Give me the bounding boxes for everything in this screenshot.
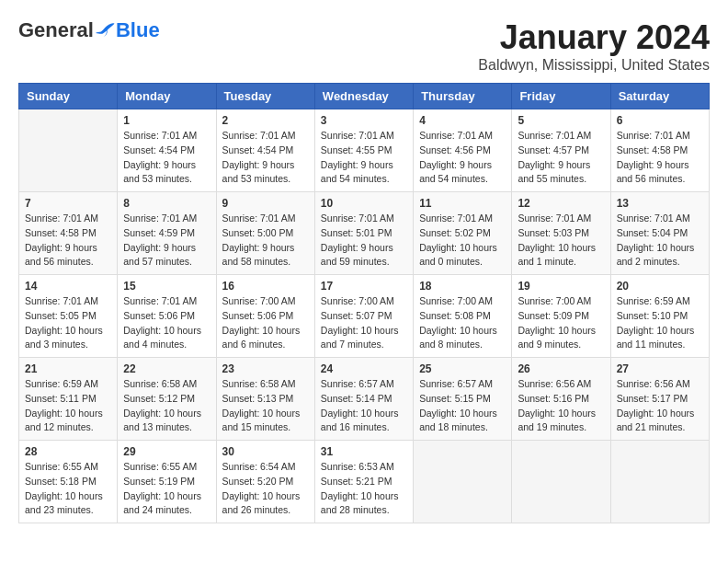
daylight-text: Daylight: 10 hours and 7 minutes. bbox=[321, 325, 399, 350]
day-number: 28 bbox=[25, 445, 111, 458]
day-info: Sunrise: 7:01 AM Sunset: 5:02 PM Dayligh… bbox=[419, 212, 506, 270]
day-number: 22 bbox=[123, 362, 210, 375]
sunrise-text: Sunrise: 6:58 AM bbox=[123, 378, 197, 389]
table-row: 30 Sunrise: 6:54 AM Sunset: 5:20 PM Dayl… bbox=[216, 441, 314, 523]
table-row: 12 Sunrise: 7:01 AM Sunset: 5:03 PM Dayl… bbox=[512, 192, 610, 275]
day-number: 23 bbox=[222, 362, 309, 375]
sunrise-text: Sunrise: 7:00 AM bbox=[518, 295, 591, 306]
day-info: Sunrise: 6:59 AM Sunset: 5:11 PM Dayligh… bbox=[25, 377, 111, 435]
table-row: 7 Sunrise: 7:01 AM Sunset: 4:58 PM Dayli… bbox=[19, 192, 118, 275]
table-row bbox=[610, 441, 709, 523]
day-info: Sunrise: 7:00 AM Sunset: 5:08 PM Dayligh… bbox=[419, 294, 506, 352]
daylight-text: Daylight: 9 hours and 57 minutes. bbox=[123, 242, 196, 268]
sunrise-text: Sunrise: 7:01 AM bbox=[123, 295, 197, 306]
day-info: Sunrise: 7:01 AM Sunset: 4:58 PM Dayligh… bbox=[25, 212, 111, 270]
day-number: 27 bbox=[617, 362, 703, 375]
day-number: 18 bbox=[419, 280, 506, 293]
table-row bbox=[19, 109, 118, 192]
day-info: Sunrise: 7:01 AM Sunset: 4:56 PM Dayligh… bbox=[419, 129, 506, 187]
header-thursday: Thursday bbox=[414, 84, 512, 109]
table-row: 18 Sunrise: 7:00 AM Sunset: 5:08 PM Dayl… bbox=[414, 275, 512, 358]
table-row: 15 Sunrise: 7:01 AM Sunset: 5:06 PM Dayl… bbox=[118, 275, 216, 358]
daylight-text: Daylight: 10 hours and 8 minutes. bbox=[419, 325, 497, 350]
sunrise-text: Sunrise: 7:01 AM bbox=[419, 213, 493, 224]
page-title: January 2024 bbox=[478, 18, 710, 57]
sunset-text: Sunset: 5:00 PM bbox=[222, 227, 294, 238]
day-number: 16 bbox=[222, 280, 309, 293]
day-info: Sunrise: 7:00 AM Sunset: 5:07 PM Dayligh… bbox=[321, 294, 407, 352]
day-info: Sunrise: 7:01 AM Sunset: 5:04 PM Dayligh… bbox=[617, 212, 703, 270]
table-row: 25 Sunrise: 6:57 AM Sunset: 5:15 PM Dayl… bbox=[414, 358, 512, 441]
sunrise-text: Sunrise: 6:59 AM bbox=[617, 295, 690, 306]
sunset-text: Sunset: 5:05 PM bbox=[25, 310, 97, 321]
daylight-text: Daylight: 10 hours and 0 minutes. bbox=[419, 242, 497, 268]
table-row: 13 Sunrise: 7:01 AM Sunset: 5:04 PM Dayl… bbox=[610, 192, 709, 275]
daylight-text: Daylight: 10 hours and 16 minutes. bbox=[321, 408, 399, 433]
header-sunday: Sunday bbox=[19, 84, 118, 109]
sunset-text: Sunset: 5:01 PM bbox=[321, 227, 392, 238]
header-wednesday: Wednesday bbox=[314, 84, 413, 109]
sunrise-text: Sunrise: 6:54 AM bbox=[222, 461, 296, 472]
sunset-text: Sunset: 5:09 PM bbox=[518, 310, 589, 321]
title-block: January 2024 Baldwyn, Mississippi, Unite… bbox=[478, 18, 710, 74]
table-row: 27 Sunrise: 6:56 AM Sunset: 5:17 PM Dayl… bbox=[610, 358, 709, 441]
sunrise-text: Sunrise: 7:01 AM bbox=[518, 130, 591, 141]
day-info: Sunrise: 6:55 AM Sunset: 5:19 PM Dayligh… bbox=[123, 460, 210, 518]
day-info: Sunrise: 7:01 AM Sunset: 4:54 PM Dayligh… bbox=[222, 129, 309, 187]
sunset-text: Sunset: 5:03 PM bbox=[518, 227, 589, 238]
day-info: Sunrise: 7:01 AM Sunset: 4:54 PM Dayligh… bbox=[123, 129, 210, 187]
sunset-text: Sunset: 5:13 PM bbox=[222, 393, 294, 404]
logo-bird-icon bbox=[96, 22, 116, 39]
day-info: Sunrise: 6:54 AM Sunset: 5:20 PM Dayligh… bbox=[222, 460, 309, 518]
day-info: Sunrise: 7:01 AM Sunset: 5:01 PM Dayligh… bbox=[321, 212, 407, 270]
day-number: 30 bbox=[222, 445, 309, 458]
day-number: 20 bbox=[617, 280, 703, 293]
table-row: 22 Sunrise: 6:58 AM Sunset: 5:12 PM Dayl… bbox=[118, 358, 216, 441]
sunrise-text: Sunrise: 7:00 AM bbox=[321, 295, 394, 306]
sunset-text: Sunset: 4:54 PM bbox=[123, 144, 195, 155]
sunrise-text: Sunrise: 7:01 AM bbox=[222, 130, 296, 141]
sunrise-text: Sunrise: 6:59 AM bbox=[25, 378, 98, 389]
table-row: 29 Sunrise: 6:55 AM Sunset: 5:19 PM Dayl… bbox=[118, 441, 216, 523]
daylight-text: Daylight: 9 hours and 54 minutes. bbox=[419, 159, 492, 185]
sunrise-text: Sunrise: 6:53 AM bbox=[321, 461, 394, 472]
daylight-text: Daylight: 10 hours and 19 minutes. bbox=[518, 408, 596, 433]
daylight-text: Daylight: 10 hours and 26 minutes. bbox=[222, 490, 301, 516]
sunset-text: Sunset: 5:16 PM bbox=[518, 393, 589, 404]
day-number: 31 bbox=[321, 445, 407, 458]
sunrise-text: Sunrise: 6:57 AM bbox=[321, 378, 394, 389]
day-number: 13 bbox=[617, 197, 703, 210]
table-row: 16 Sunrise: 7:00 AM Sunset: 5:06 PM Dayl… bbox=[216, 275, 314, 358]
day-number: 4 bbox=[419, 114, 506, 127]
daylight-text: Daylight: 10 hours and 4 minutes. bbox=[123, 325, 201, 350]
sunrise-text: Sunrise: 7:00 AM bbox=[222, 295, 296, 306]
sunset-text: Sunset: 4:58 PM bbox=[617, 144, 688, 155]
day-info: Sunrise: 6:58 AM Sunset: 5:12 PM Dayligh… bbox=[123, 377, 210, 435]
daylight-text: Daylight: 9 hours and 54 minutes. bbox=[321, 159, 393, 185]
sunset-text: Sunset: 5:17 PM bbox=[617, 393, 688, 404]
sunset-text: Sunset: 5:19 PM bbox=[123, 476, 195, 487]
header-tuesday: Tuesday bbox=[216, 84, 314, 109]
daylight-text: Daylight: 9 hours and 53 minutes. bbox=[222, 159, 295, 185]
day-number: 8 bbox=[123, 197, 210, 210]
sunrise-text: Sunrise: 7:01 AM bbox=[321, 213, 394, 224]
day-info: Sunrise: 6:56 AM Sunset: 5:16 PM Dayligh… bbox=[518, 377, 604, 435]
table-row: 28 Sunrise: 6:55 AM Sunset: 5:18 PM Dayl… bbox=[19, 441, 118, 523]
daylight-text: Daylight: 9 hours and 56 minutes. bbox=[25, 242, 97, 268]
table-row: 2 Sunrise: 7:01 AM Sunset: 4:54 PM Dayli… bbox=[216, 109, 314, 192]
daylight-text: Daylight: 10 hours and 2 minutes. bbox=[617, 242, 695, 268]
sunset-text: Sunset: 4:56 PM bbox=[419, 144, 491, 155]
table-row: 31 Sunrise: 6:53 AM Sunset: 5:21 PM Dayl… bbox=[314, 441, 413, 523]
day-info: Sunrise: 7:01 AM Sunset: 5:06 PM Dayligh… bbox=[123, 294, 210, 352]
calendar-week-row: 14 Sunrise: 7:01 AM Sunset: 5:05 PM Dayl… bbox=[19, 275, 710, 358]
table-row: 6 Sunrise: 7:01 AM Sunset: 4:58 PM Dayli… bbox=[610, 109, 709, 192]
day-number: 11 bbox=[419, 197, 506, 210]
sunrise-text: Sunrise: 7:01 AM bbox=[518, 213, 591, 224]
day-info: Sunrise: 7:01 AM Sunset: 4:55 PM Dayligh… bbox=[321, 129, 407, 187]
sunrise-text: Sunrise: 6:57 AM bbox=[419, 378, 493, 389]
daylight-text: Daylight: 10 hours and 12 minutes. bbox=[25, 408, 103, 433]
calendar-header-row: Sunday Monday Tuesday Wednesday Thursday… bbox=[19, 84, 710, 109]
day-info: Sunrise: 6:57 AM Sunset: 5:15 PM Dayligh… bbox=[419, 377, 506, 435]
table-row: 20 Sunrise: 6:59 AM Sunset: 5:10 PM Dayl… bbox=[610, 275, 709, 358]
sunrise-text: Sunrise: 7:01 AM bbox=[419, 130, 493, 141]
